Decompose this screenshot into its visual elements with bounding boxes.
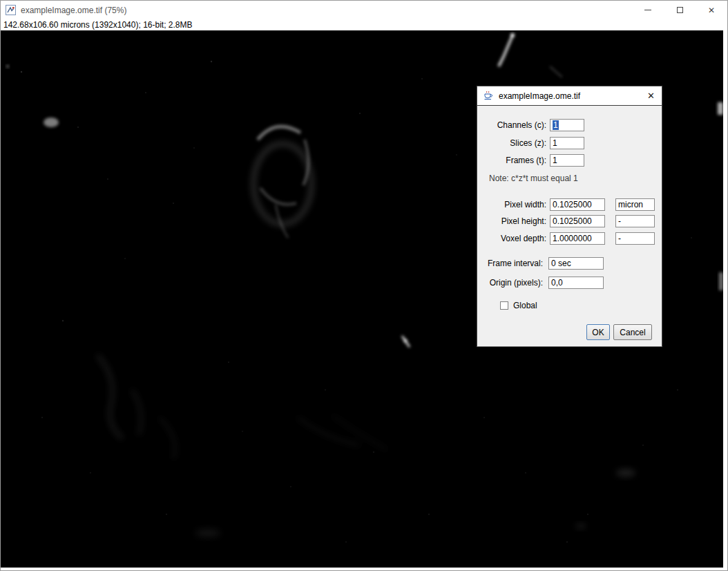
dialog-close-icon[interactable]: ✕ xyxy=(647,91,655,101)
cancel-button[interactable]: Cancel xyxy=(613,324,652,340)
window-titlebar[interactable]: exampleImage.ome.tif (75%) ✕ xyxy=(1,1,727,19)
maximize-button[interactable] xyxy=(664,1,696,19)
pixel-width-label: Pixel width: xyxy=(477,198,546,211)
voxel-depth-unit-input[interactable] xyxy=(615,232,655,245)
close-icon: ✕ xyxy=(708,6,715,15)
pixel-height-input[interactable] xyxy=(550,215,605,227)
frames-input[interactable] xyxy=(550,154,584,167)
maximize-icon xyxy=(677,7,683,13)
pixel-height-label: Pixel height: xyxy=(477,215,546,227)
slices-label: Slices (z): xyxy=(477,137,546,149)
channels-label: Channels (c): xyxy=(477,119,546,131)
slices-input[interactable] xyxy=(550,137,584,149)
window-controls: ✕ xyxy=(632,1,727,19)
pixel-width-unit-input[interactable] xyxy=(615,198,655,211)
frames-label: Frames (t): xyxy=(477,154,546,167)
properties-dialog: exampleImage.ome.tif ✕ Channels (c): 1 S… xyxy=(477,86,662,347)
pixel-height-unit-input[interactable] xyxy=(615,215,655,227)
global-checkbox-label: Global xyxy=(513,301,537,311)
channels-input[interactable]: 1 xyxy=(550,119,584,131)
dialog-titlebar[interactable]: exampleImage.ome.tif ✕ xyxy=(477,86,662,106)
image-info-text: 142.68x106.60 microns (1392x1040); 16-bi… xyxy=(3,20,193,30)
frame-interval-input[interactable] xyxy=(548,257,604,270)
czt-note: Note: c*z*t must equal 1 xyxy=(489,174,578,183)
minimize-icon xyxy=(644,10,651,10)
screen: exampleImage.ome.tif (75%) ✕ 142.68x106.… xyxy=(0,0,728,571)
window-title: exampleImage.ome.tif (75%) xyxy=(21,6,126,15)
channels-value: 1 xyxy=(553,120,559,130)
global-checkbox[interactable] xyxy=(500,301,508,310)
frame-interval-label: Frame interval: xyxy=(477,257,543,270)
voxel-depth-label: Voxel depth: xyxy=(477,232,546,245)
java-coffee-icon xyxy=(483,91,494,102)
pixel-width-input[interactable] xyxy=(550,198,605,211)
origin-label: Origin (pixels): xyxy=(477,277,543,289)
ok-button[interactable]: OK xyxy=(586,324,610,340)
status-bar: 142.68x106.60 microns (1392x1040); 16-bi… xyxy=(1,19,727,30)
minimize-button[interactable] xyxy=(632,1,664,19)
close-button[interactable]: ✕ xyxy=(696,1,727,19)
voxel-depth-input[interactable] xyxy=(550,232,605,245)
imagej-icon xyxy=(6,5,16,15)
dialog-title: exampleImage.ome.tif xyxy=(499,91,580,101)
origin-input[interactable] xyxy=(548,277,604,289)
